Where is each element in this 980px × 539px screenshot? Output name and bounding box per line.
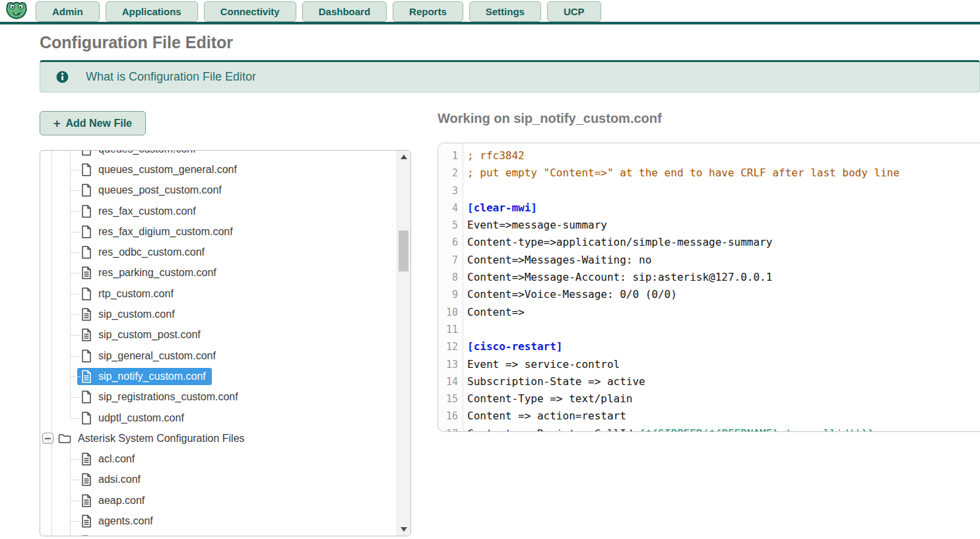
line-number: 12 [438, 338, 463, 355]
tree-item-label: agents.conf [98, 515, 153, 527]
line-number: 3 [438, 182, 463, 199]
info-icon [56, 71, 69, 83]
tree-item-alarmreceiver-conf[interactable]: alarmreceiver.conf [40, 532, 396, 536]
tree-item-label: queues_post_custom.conf [98, 184, 222, 196]
nav-tab-applications[interactable]: Applications [106, 1, 198, 22]
code-line: 15Content-Type => text/plain [438, 390, 980, 408]
code-editor[interactable]: 1; rfc38422; put empty "Content=>" at th… [438, 143, 980, 432]
line-number: 14 [438, 373, 463, 390]
file-lines-icon [81, 535, 92, 536]
tree-item-sip-registrations-custom-conf[interactable]: sip_registrations_custom.conf [40, 387, 396, 408]
line-number: 17 [438, 425, 463, 432]
nav-tab-ucp[interactable]: UCP [547, 1, 601, 22]
tree-item-queues-post-custom-conf[interactable]: queues_post_custom.conf [40, 180, 396, 201]
file-lines-icon [81, 515, 92, 528]
scrollbar-down-arrow-icon[interactable] [397, 523, 410, 536]
code-line: 1; rfc3842 [438, 147, 980, 164]
file-icon [81, 205, 92, 218]
code-line: 6Content-type=>application/simple-messag… [438, 234, 980, 251]
nav-tab-settings[interactable]: Settings [469, 1, 541, 22]
file-lines-icon [81, 370, 92, 383]
tree-item-label: acl.conf [98, 453, 135, 465]
plus-icon: + [53, 118, 61, 129]
nav-tab-connectivity[interactable]: Connectivity [204, 1, 296, 22]
file-tree-column: + Add New File queues_custom.confqueues_… [40, 111, 411, 536]
line-number: 16 [438, 408, 463, 425]
file-icon [81, 150, 92, 156]
nav-tab-admin[interactable]: Admin [36, 1, 100, 22]
code-line: 3 [438, 182, 980, 199]
file-lines-icon [81, 494, 92, 507]
tree-item-sip-custom-post-conf[interactable]: sip_custom_post.conf [40, 325, 396, 345]
tree-item-adsi-conf[interactable]: adsi.conf [40, 470, 396, 490]
file-icon [81, 412, 92, 425]
line-number: 6 [438, 234, 463, 251]
file-tree-panel: queues_custom.confqueues_custom_general.… [40, 150, 411, 536]
scrollbar-up-arrow-icon[interactable] [397, 151, 410, 163]
tree-item-rtp-custom-conf[interactable]: rtp_custom.conf [40, 283, 396, 304]
top-navbar: AdminApplicationsConnectivityDashboardRe… [0, 0, 980, 24]
scrollbar-thumb[interactable] [399, 231, 408, 271]
line-number: 7 [438, 252, 463, 269]
tree-item-udptl-custom-conf[interactable]: udptl_custom.conf [40, 408, 396, 428]
line-number: 15 [438, 390, 463, 408]
line-number: 8 [438, 269, 463, 286]
code-line: 14Subscription-State => active [438, 373, 980, 390]
tree-item-res-fax-custom-conf[interactable]: res_fax_custom.conf [40, 201, 396, 221]
tree-item-label: res_fax_digium_custom.conf [98, 226, 233, 238]
line-number: 2 [438, 164, 463, 182]
tree-item-sip-notify-custom-conf[interactable]: sip_notify_custom.conf [40, 366, 396, 386]
tree-item-label: udptl_custom.conf [98, 412, 184, 424]
file-lines-icon [81, 473, 92, 486]
tree-item-asterisk-system-configuration-files[interactable]: Asterisk System Configuration Files [40, 428, 396, 449]
code-line: 11 [438, 321, 980, 338]
tree-item-aeap-conf[interactable]: aeap.conf [40, 490, 396, 511]
file-icon [81, 390, 92, 404]
tree-item-sip-custom-conf[interactable]: sip_custom.conf [40, 304, 396, 324]
collapse-toggle-icon[interactable] [42, 433, 53, 444]
code-line: 12[cisco-restart] [438, 338, 980, 355]
line-number: 5 [438, 217, 463, 234]
nav-tab-dashboard[interactable]: Dashboard [302, 1, 387, 22]
tree-item-label: sip_notify_custom.conf [98, 371, 206, 382]
file-icon [81, 246, 92, 259]
tree-item-agents-conf[interactable]: agents.conf [40, 511, 396, 531]
nav-tabs: AdminApplicationsConnectivityDashboardRe… [36, 1, 607, 22]
tree-item-res-odbc-custom-conf[interactable]: res_odbc_custom.conf [40, 242, 396, 262]
file-tree: queues_custom.confqueues_custom_general.… [40, 150, 396, 536]
code-line: 9Content=>Voice-Message: 0/0 (0/0) [438, 286, 980, 303]
tree-item-res-parking-custom-conf[interactable]: res_parking_custom.conf [40, 263, 396, 283]
code-line: 2; put empty "Content=>" at the end to h… [438, 164, 980, 182]
file-icon [81, 225, 92, 238]
tree-item-label: res_parking_custom.conf [98, 267, 216, 279]
tree-item-queues-custom-general-conf[interactable]: queues_custom_general.conf [40, 159, 396, 180]
tree-item-label: alarmreceiver.conf [98, 536, 185, 536]
line-number: 1 [438, 147, 463, 164]
info-banner[interactable]: What is Configuration File Editor [40, 60, 980, 92]
tree-item-label: sip_custom_post.conf [98, 329, 201, 341]
info-banner-text: What is Configuration File Editor [86, 70, 256, 84]
tree-scrollbar[interactable] [397, 151, 410, 536]
file-icon [81, 163, 92, 176]
tree-item-res-fax-digium-custom-conf[interactable]: res_fax_digium_custom.conf [40, 221, 396, 242]
page-title: Configuration File Editor [40, 33, 980, 52]
file-lines-icon [81, 328, 92, 341]
freepbx-logo-icon[interactable] [5, 1, 28, 20]
tree-item-label: aeap.conf [98, 495, 145, 507]
nav-tab-reports[interactable]: Reports [393, 1, 463, 22]
tree-item-label: sip_general_custom.conf [98, 350, 216, 362]
tree-item-label: res_odbc_custom.conf [98, 246, 205, 258]
line-number: 11 [438, 321, 463, 338]
add-new-file-button[interactable]: + Add New File [40, 111, 146, 135]
code-line: 4[clear-mwi] [438, 199, 980, 217]
file-lines-icon [81, 266, 92, 279]
tree-item-sip-general-custom-conf[interactable]: sip_general_custom.conf [40, 345, 396, 366]
code-line: 13Event => service-control [438, 356, 980, 373]
tree-item-label: rtp_custom.conf [98, 288, 174, 300]
file-icon [81, 349, 92, 363]
working-on-title: Working on sip_notify_custom.conf [438, 111, 980, 126]
tree-item-acl-conf[interactable]: acl.conf [40, 449, 396, 469]
line-number: 4 [438, 199, 463, 217]
tree-item-label: res_fax_custom.conf [98, 205, 196, 217]
tree-item-queues-custom-conf[interactable]: queues_custom.conf [40, 150, 396, 159]
